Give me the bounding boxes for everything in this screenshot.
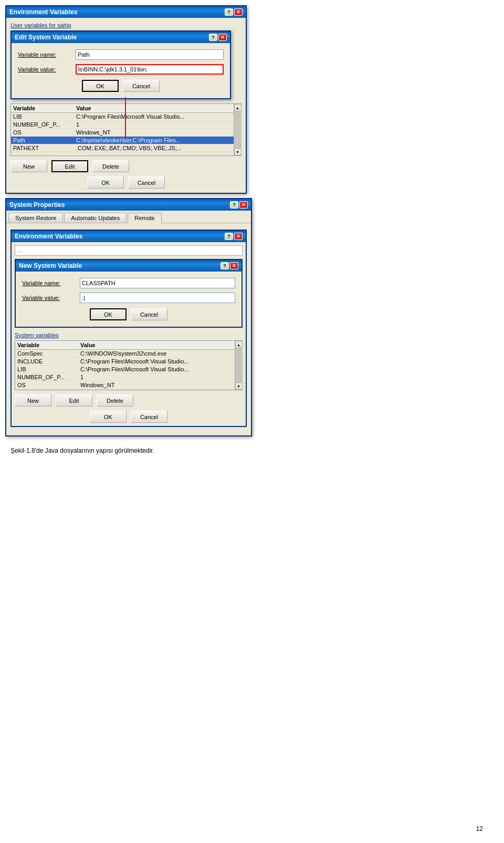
list-item[interactable]: ComSpec C:\WINDOWS\system32\cmd.exe <box>15 350 235 358</box>
env-vars-title: Environment Variables <box>9 8 77 16</box>
edit-ok-button[interactable]: OK <box>82 80 119 92</box>
new-cancel-button[interactable]: Cancel <box>131 308 167 320</box>
list-item[interactable]: LIB C:\Program Files\Microsoft Visual St… <box>11 113 234 121</box>
caption-text: Şekil-1.8'de Java dosyalarının yapısı gö… <box>8 447 154 454</box>
sys-help-button[interactable]: ? <box>230 201 238 209</box>
edit-help-button[interactable]: ? <box>209 34 217 41</box>
new-button[interactable]: New <box>10 160 47 172</box>
list-item[interactable]: LIB C:\Program Files\Microsoft Visual St… <box>15 366 235 373</box>
col-value-header: Value <box>76 105 232 111</box>
sys-new-button[interactable]: New <box>15 394 51 407</box>
edit-sys-var-titlebar: Edit System Variable ? ✕ <box>12 32 230 43</box>
list-item[interactable]: OS Windows_NT <box>11 129 234 137</box>
new-help-button[interactable]: ? <box>220 262 229 269</box>
var-name-label: Variable name: <box>18 51 76 58</box>
list-item-path[interactable]: Path C:\Inprise\vbroker\bin;C:\Program F… <box>11 137 234 144</box>
list-item[interactable]: NUMBER_OF_P... 1 <box>11 121 234 129</box>
var-name-input[interactable] <box>76 49 224 60</box>
new-sys-var-dialog: New System Variable ? ✕ Variable name: <box>15 259 243 328</box>
sys-ok-button[interactable]: OK <box>90 411 127 423</box>
sys-vars-label: System variables <box>15 332 59 338</box>
list-item[interactable]: OS Windows_NT <box>15 381 235 389</box>
env-vars-titlebar: Environment Variables ? ✕ <box>6 6 246 18</box>
sys-scroll-up[interactable]: ▲ <box>235 341 243 348</box>
list-item[interactable]: NUMBER_OF_P... 1 <box>15 373 235 381</box>
red-connector-line <box>125 97 126 139</box>
new-sys-var-titlebar: New System Variable ? ✕ <box>16 260 242 272</box>
sys-col-variable: Variable <box>17 342 80 348</box>
tab-system-restore[interactable]: System Restore <box>8 213 63 223</box>
new-close-button[interactable]: ✕ <box>230 262 238 269</box>
edit-sys-var-title: Edit System Variable <box>15 34 77 41</box>
sys-edit-button[interactable]: Edit <box>56 394 92 407</box>
scroll-track[interactable] <box>234 111 242 148</box>
sys-delete-button[interactable]: Delete <box>97 394 133 407</box>
help-button[interactable]: ? <box>225 8 233 16</box>
user-vars-label: User variables for sahip <box>10 22 71 28</box>
sys-close-button[interactable]: ✕ <box>239 201 248 209</box>
edit-close-button[interactable]: ✕ <box>218 34 227 41</box>
sys-props-titlebar: System Properties ? ✕ <box>6 199 251 211</box>
edit-button[interactable]: Edit <box>51 160 88 172</box>
list-item[interactable]: PATHEXT .COM;.EXE;.BAT;.CMD;.VBS;.VBE;.J… <box>11 144 234 152</box>
new-var-name-input[interactable] <box>80 278 235 288</box>
tab-remote[interactable]: Remote <box>128 213 162 223</box>
var-value-label: Variable value: <box>18 66 76 72</box>
ok-button[interactable]: OK <box>87 176 124 189</box>
page-number: 12 <box>476 825 483 832</box>
sys-col-value: Value <box>80 342 233 348</box>
delete-button[interactable]: Delete <box>92 160 129 172</box>
sys-scroll-track[interactable] <box>235 348 243 382</box>
sys-props-title: System Properties <box>9 201 65 209</box>
var-value-input[interactable] <box>76 64 224 75</box>
env-vars2-title: Environment Variables <box>15 233 82 240</box>
tab-bar: System Restore Automatic Updates Remote <box>6 211 251 223</box>
new-sys-var-title: New System Variable <box>19 262 82 269</box>
env-vars2-titlebar: Environment Variables ? ✕ <box>12 231 246 242</box>
new-var-value-label: Variable value: <box>22 295 80 301</box>
scroll-up-arrow[interactable]: ▲ <box>234 104 242 111</box>
scroll-down-arrow[interactable]: ▼ <box>234 148 242 155</box>
new-ok-button[interactable]: OK <box>90 308 127 320</box>
env2-close-button[interactable]: ✕ <box>234 233 243 240</box>
new-var-name-label: Variable name: <box>22 280 80 286</box>
col-variable-header: Variable <box>13 105 76 111</box>
close-button[interactable]: ✕ <box>234 8 243 16</box>
tab-automatic-updates[interactable]: Automatic Updates <box>64 213 127 223</box>
sys-scroll-down[interactable]: ▼ <box>235 382 243 390</box>
edit-cancel-button[interactable]: Cancel <box>123 80 160 92</box>
hidden-user-section: ... <box>15 246 242 254</box>
cancel-button[interactable]: Cancel <box>128 176 165 189</box>
list-item[interactable]: INCLUDE C:\Program Files\Microsoft Visua… <box>15 358 235 366</box>
env2-help-button[interactable]: ? <box>225 233 233 240</box>
sys-cancel-button[interactable]: Cancel <box>131 411 167 423</box>
new-var-value-input[interactable] <box>80 293 235 303</box>
